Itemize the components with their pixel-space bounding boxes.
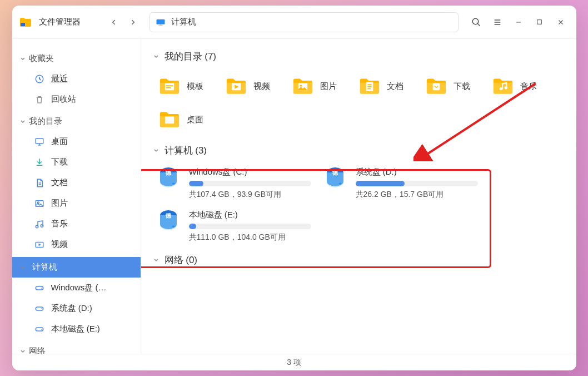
sidebar-item-drive-c[interactable]: Windows盘 (…	[12, 278, 141, 298]
svg-rect-5	[537, 20, 542, 24]
folder-item-download[interactable]: 下载	[422, 73, 489, 100]
folder-label: 文档	[387, 81, 403, 92]
statusbar: 3 项	[12, 354, 576, 370]
address-bar[interactable]: 计算机	[150, 12, 459, 32]
svg-rect-1	[156, 19, 165, 24]
nav-back-button[interactable]	[106, 14, 122, 30]
chevron-down-icon	[153, 54, 159, 60]
sidebar-item-videos[interactable]: 视频	[12, 234, 141, 255]
svg-point-42	[338, 183, 341, 185]
nav-forward-button[interactable]	[125, 14, 141, 30]
svg-rect-27	[367, 86, 371, 87]
folder-item-template[interactable]: 模板	[156, 73, 222, 100]
sidebar-item-music[interactable]: 音乐	[12, 214, 141, 234]
svg-rect-30	[165, 117, 173, 124]
sidebar-item-documents[interactable]: 文档	[12, 172, 141, 193]
folder-label: 模板	[187, 81, 203, 92]
group-header-mydirs[interactable]: 我的目录 (7)	[153, 50, 564, 63]
sidebar-item-downloads[interactable]: 下载	[12, 152, 141, 172]
group-computer: 计算机 (3) 德 Windows盘 (C:) 共107.4 GB，93.9 G…	[153, 144, 564, 243]
folder-icon	[291, 76, 315, 96]
app-title: 文件管理器	[39, 17, 81, 27]
sidebar-item-trash[interactable]: 回收站	[12, 89, 141, 110]
disk-icon	[34, 283, 44, 293]
drive-size-text: 共111.0 GB，104.0 GB可用	[189, 232, 311, 243]
folder-item-video[interactable]: 视频	[222, 73, 289, 100]
svg-rect-19	[165, 83, 173, 91]
svg-rect-26	[367, 84, 371, 85]
picture-icon	[34, 199, 44, 209]
search-button[interactable]	[467, 13, 485, 31]
drive-usage-bar	[189, 224, 311, 229]
svg-rect-20	[166, 85, 173, 86]
svg-text:德: 德	[165, 212, 172, 219]
svg-rect-29	[432, 83, 440, 91]
folder-icon	[491, 76, 515, 96]
svg-point-16	[41, 308, 42, 309]
sidebar-item-computer[interactable]: 计算机	[12, 257, 141, 278]
trash-icon	[34, 95, 44, 105]
status-text: 3 项	[287, 358, 301, 368]
menu-icon	[493, 18, 502, 27]
folder-item-desktop[interactable]: 桌面	[156, 106, 222, 133]
svg-rect-0	[21, 23, 25, 26]
svg-rect-21	[166, 87, 171, 88]
folder-label: 音乐	[520, 81, 537, 92]
folder-label: 视频	[253, 81, 270, 92]
drive-size-text: 共107.4 GB，93.9 GB可用	[189, 190, 311, 200]
sidebar-item-desktop[interactable]: 桌面	[12, 131, 141, 152]
sidebar-item-drive-e[interactable]: 本地磁盘 (E:)	[12, 319, 141, 339]
content-area: 我的目录 (7) 模板 视频 图片 文档 下载 音乐 桌面	[141, 39, 576, 354]
drive-icon: 德	[322, 167, 348, 190]
sidebar-item-recent[interactable]: 最近	[12, 68, 141, 89]
maximize-button[interactable]	[531, 13, 549, 31]
drive-icon: 德	[156, 167, 181, 190]
svg-point-36	[172, 183, 175, 185]
menu-button[interactable]	[489, 13, 506, 31]
chevron-down-icon	[153, 148, 159, 154]
document-icon	[34, 178, 44, 188]
folder-icon	[358, 76, 381, 96]
folder-icon	[225, 76, 248, 96]
music-icon	[34, 219, 44, 229]
svg-point-10	[36, 225, 38, 228]
sidebar-header-mydirs[interactable]: 我的目录	[12, 112, 141, 131]
svg-rect-3	[158, 25, 163, 26]
sidebar-item-drive-d[interactable]: 系统盘 (D:)	[12, 298, 141, 319]
svg-point-14	[41, 287, 42, 288]
sidebar-item-pictures[interactable]: 图片	[12, 193, 141, 214]
app-icon	[19, 16, 32, 29]
minimize-button[interactable]	[510, 13, 527, 31]
folder-label: 下载	[454, 81, 470, 92]
chevron-down-icon	[20, 265, 26, 270]
drive-size-text: 共26.2 GB，15.7 GB可用	[356, 190, 478, 200]
drive-item[interactable]: 德 系统盘 (D:) 共26.2 GB，15.7 GB可用	[322, 167, 478, 200]
sidebar: 收藏夹 最近 回收站 我的目录 桌面	[12, 39, 141, 354]
folder-item-doc[interactable]: 文档	[356, 73, 422, 100]
folder-item-music[interactable]: 音乐	[489, 73, 556, 100]
drive-item[interactable]: 德 Windows盘 (C:) 共107.4 GB，93.9 GB可用	[156, 167, 311, 200]
drive-usage-bar	[189, 181, 311, 186]
close-icon	[557, 18, 565, 26]
desktop-icon	[34, 137, 44, 147]
group-network: 网络 (0)	[153, 254, 564, 266]
sidebar-header-favorites[interactable]: 收藏夹	[12, 49, 141, 68]
monitor-icon	[156, 18, 166, 26]
group-header-computer[interactable]: 计算机 (3)	[153, 144, 564, 157]
svg-point-34	[160, 176, 177, 186]
folder-icon	[158, 110, 181, 130]
folder-item-picture[interactable]: 图片	[289, 73, 356, 100]
sidebar-header-network[interactable]: 网络	[12, 342, 141, 354]
svg-text:德: 德	[332, 170, 338, 176]
group-header-network[interactable]: 网络 (0)	[153, 254, 564, 266]
chevron-down-icon	[20, 119, 26, 125]
group-mydirs: 我的目录 (7) 模板 视频 图片 文档 下载 音乐 桌面	[153, 50, 564, 133]
folder-icon	[158, 76, 181, 96]
chevron-down-icon	[20, 349, 26, 354]
chevron-right-icon	[129, 18, 137, 26]
drive-item[interactable]: 德 本地磁盘 (E:) 共111.0 GB，104.0 GB可用	[156, 210, 311, 243]
svg-rect-28	[367, 88, 370, 90]
svg-text:德: 德	[165, 170, 172, 176]
close-button[interactable]	[552, 13, 570, 31]
titlebar: 文件管理器 计算机	[12, 6, 576, 39]
